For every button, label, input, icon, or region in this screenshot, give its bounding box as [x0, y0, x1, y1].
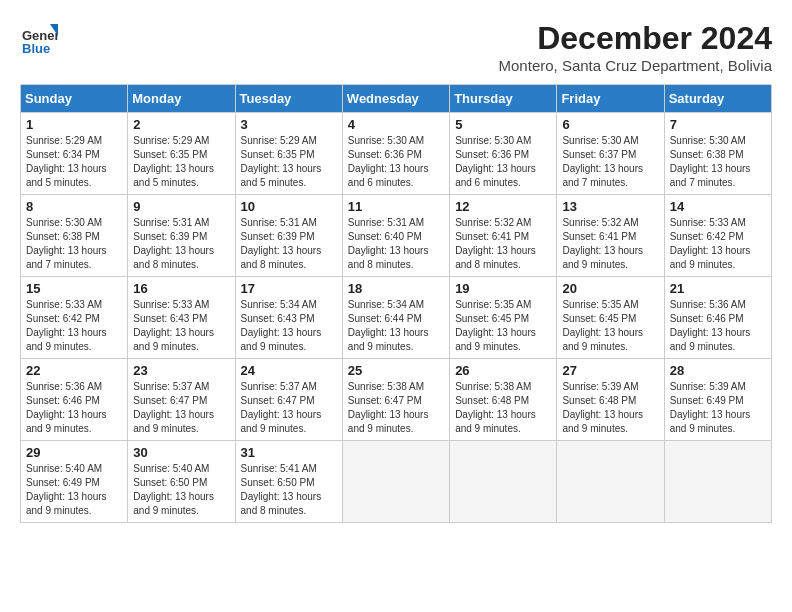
day-number: 11: [348, 199, 444, 214]
sunrise-label: Sunrise: 5:30 AM: [348, 135, 424, 146]
sunrise-label: Sunrise: 5:41 AM: [241, 463, 317, 474]
day-number: 23: [133, 363, 229, 378]
day-info: Sunrise: 5:39 AM Sunset: 6:48 PM Dayligh…: [562, 380, 658, 436]
day-info: Sunrise: 5:29 AM Sunset: 6:35 PM Dayligh…: [241, 134, 337, 190]
table-row: 24 Sunrise: 5:37 AM Sunset: 6:47 PM Dayl…: [235, 359, 342, 441]
sunset-label: Sunset: 6:50 PM: [133, 477, 207, 488]
day-number: 3: [241, 117, 337, 132]
svg-text:Blue: Blue: [22, 41, 50, 56]
day-number: 9: [133, 199, 229, 214]
table-row: 22 Sunrise: 5:36 AM Sunset: 6:46 PM Dayl…: [21, 359, 128, 441]
sunrise-label: Sunrise: 5:37 AM: [241, 381, 317, 392]
page-header: General Blue December 2024 Montero, Sant…: [20, 20, 772, 74]
week-row-1: 1 Sunrise: 5:29 AM Sunset: 6:34 PM Dayli…: [21, 113, 772, 195]
sunrise-label: Sunrise: 5:34 AM: [241, 299, 317, 310]
day-number: 10: [241, 199, 337, 214]
sunrise-label: Sunrise: 5:30 AM: [455, 135, 531, 146]
daylight-label: Daylight: 13 hours and 9 minutes.: [670, 327, 751, 352]
table-row: 8 Sunrise: 5:30 AM Sunset: 6:38 PM Dayli…: [21, 195, 128, 277]
sunset-label: Sunset: 6:47 PM: [133, 395, 207, 406]
sunset-label: Sunset: 6:46 PM: [670, 313, 744, 324]
sunrise-label: Sunrise: 5:29 AM: [26, 135, 102, 146]
day-info: Sunrise: 5:39 AM Sunset: 6:49 PM Dayligh…: [670, 380, 766, 436]
sunrise-label: Sunrise: 5:29 AM: [133, 135, 209, 146]
sunset-label: Sunset: 6:46 PM: [26, 395, 100, 406]
day-info: Sunrise: 5:36 AM Sunset: 6:46 PM Dayligh…: [26, 380, 122, 436]
daylight-label: Daylight: 13 hours and 8 minutes.: [241, 245, 322, 270]
header-monday: Monday: [128, 85, 235, 113]
day-number: 18: [348, 281, 444, 296]
day-number: 4: [348, 117, 444, 132]
sunset-label: Sunset: 6:42 PM: [670, 231, 744, 242]
sunrise-label: Sunrise: 5:39 AM: [670, 381, 746, 392]
day-number: 19: [455, 281, 551, 296]
sunset-label: Sunset: 6:48 PM: [455, 395, 529, 406]
daylight-label: Daylight: 13 hours and 6 minutes.: [348, 163, 429, 188]
sunset-label: Sunset: 6:47 PM: [241, 395, 315, 406]
table-row: 6 Sunrise: 5:30 AM Sunset: 6:37 PM Dayli…: [557, 113, 664, 195]
day-info: Sunrise: 5:41 AM Sunset: 6:50 PM Dayligh…: [241, 462, 337, 518]
sunrise-label: Sunrise: 5:29 AM: [241, 135, 317, 146]
table-row: 2 Sunrise: 5:29 AM Sunset: 6:35 PM Dayli…: [128, 113, 235, 195]
sunrise-label: Sunrise: 5:34 AM: [348, 299, 424, 310]
day-number: 30: [133, 445, 229, 460]
day-number: 24: [241, 363, 337, 378]
table-row: 15 Sunrise: 5:33 AM Sunset: 6:42 PM Dayl…: [21, 277, 128, 359]
table-row: 28 Sunrise: 5:39 AM Sunset: 6:49 PM Dayl…: [664, 359, 771, 441]
sunrise-label: Sunrise: 5:31 AM: [241, 217, 317, 228]
sunrise-label: Sunrise: 5:39 AM: [562, 381, 638, 392]
table-row: 11 Sunrise: 5:31 AM Sunset: 6:40 PM Dayl…: [342, 195, 449, 277]
sunset-label: Sunset: 6:35 PM: [241, 149, 315, 160]
calendar-table: Sunday Monday Tuesday Wednesday Thursday…: [20, 84, 772, 523]
day-info: Sunrise: 5:29 AM Sunset: 6:34 PM Dayligh…: [26, 134, 122, 190]
day-number: 31: [241, 445, 337, 460]
sunrise-label: Sunrise: 5:30 AM: [670, 135, 746, 146]
day-number: 17: [241, 281, 337, 296]
day-number: 8: [26, 199, 122, 214]
day-info: Sunrise: 5:32 AM Sunset: 6:41 PM Dayligh…: [455, 216, 551, 272]
header-wednesday: Wednesday: [342, 85, 449, 113]
sunset-label: Sunset: 6:37 PM: [562, 149, 636, 160]
day-info: Sunrise: 5:37 AM Sunset: 6:47 PM Dayligh…: [241, 380, 337, 436]
table-row: 20 Sunrise: 5:35 AM Sunset: 6:45 PM Dayl…: [557, 277, 664, 359]
sunset-label: Sunset: 6:43 PM: [133, 313, 207, 324]
day-info: Sunrise: 5:36 AM Sunset: 6:46 PM Dayligh…: [670, 298, 766, 354]
day-number: 25: [348, 363, 444, 378]
header-saturday: Saturday: [664, 85, 771, 113]
day-number: 15: [26, 281, 122, 296]
sunset-label: Sunset: 6:45 PM: [562, 313, 636, 324]
sunset-label: Sunset: 6:38 PM: [670, 149, 744, 160]
table-row: 9 Sunrise: 5:31 AM Sunset: 6:39 PM Dayli…: [128, 195, 235, 277]
sunset-label: Sunset: 6:49 PM: [26, 477, 100, 488]
table-row: 5 Sunrise: 5:30 AM Sunset: 6:36 PM Dayli…: [450, 113, 557, 195]
header-thursday: Thursday: [450, 85, 557, 113]
day-number: 2: [133, 117, 229, 132]
day-info: Sunrise: 5:30 AM Sunset: 6:38 PM Dayligh…: [670, 134, 766, 190]
day-info: Sunrise: 5:30 AM Sunset: 6:36 PM Dayligh…: [348, 134, 444, 190]
table-row: 18 Sunrise: 5:34 AM Sunset: 6:44 PM Dayl…: [342, 277, 449, 359]
table-row: 12 Sunrise: 5:32 AM Sunset: 6:41 PM Dayl…: [450, 195, 557, 277]
day-number: 6: [562, 117, 658, 132]
sunrise-label: Sunrise: 5:33 AM: [670, 217, 746, 228]
logo: General Blue: [20, 20, 58, 58]
day-number: 5: [455, 117, 551, 132]
day-number: 1: [26, 117, 122, 132]
sunrise-label: Sunrise: 5:33 AM: [26, 299, 102, 310]
sunset-label: Sunset: 6:36 PM: [348, 149, 422, 160]
table-row: 23 Sunrise: 5:37 AM Sunset: 6:47 PM Dayl…: [128, 359, 235, 441]
day-info: Sunrise: 5:30 AM Sunset: 6:38 PM Dayligh…: [26, 216, 122, 272]
day-info: Sunrise: 5:40 AM Sunset: 6:50 PM Dayligh…: [133, 462, 229, 518]
day-number: 21: [670, 281, 766, 296]
sunset-label: Sunset: 6:50 PM: [241, 477, 315, 488]
daylight-label: Daylight: 13 hours and 9 minutes.: [241, 327, 322, 352]
day-info: Sunrise: 5:37 AM Sunset: 6:47 PM Dayligh…: [133, 380, 229, 436]
daylight-label: Daylight: 13 hours and 7 minutes.: [562, 163, 643, 188]
day-info: Sunrise: 5:40 AM Sunset: 6:49 PM Dayligh…: [26, 462, 122, 518]
daylight-label: Daylight: 13 hours and 7 minutes.: [670, 163, 751, 188]
table-row: 10 Sunrise: 5:31 AM Sunset: 6:39 PM Dayl…: [235, 195, 342, 277]
sunrise-label: Sunrise: 5:31 AM: [133, 217, 209, 228]
day-info: Sunrise: 5:29 AM Sunset: 6:35 PM Dayligh…: [133, 134, 229, 190]
table-row: 16 Sunrise: 5:33 AM Sunset: 6:43 PM Dayl…: [128, 277, 235, 359]
table-row: 27 Sunrise: 5:39 AM Sunset: 6:48 PM Dayl…: [557, 359, 664, 441]
table-row: [450, 441, 557, 523]
